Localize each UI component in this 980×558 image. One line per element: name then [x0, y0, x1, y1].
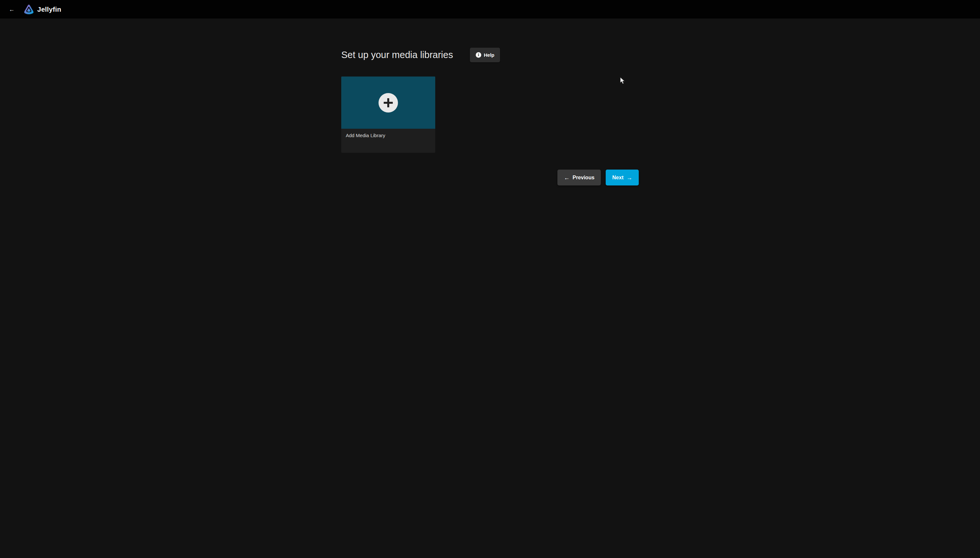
jellyfin-logo-icon: [23, 4, 34, 15]
previous-button-label: Previous: [573, 175, 595, 181]
back-button[interactable]: ←: [5, 2, 19, 16]
arrow-left-icon: ←: [9, 7, 15, 12]
help-button[interactable]: i Help: [470, 48, 501, 62]
next-button[interactable]: Next →: [606, 169, 639, 185]
arrow-right-icon: →: [627, 175, 632, 181]
help-button-label: Help: [484, 52, 494, 58]
arrow-left-icon: ←: [564, 175, 570, 181]
app-header: ← Jellyfin: [0, 0, 980, 18]
next-button-label: Next: [612, 175, 623, 181]
info-icon: i: [476, 52, 481, 58]
add-media-library-card-image: [341, 77, 435, 129]
add-media-library-card[interactable]: Add Media Library: [341, 77, 435, 153]
wizard-page: Set up your media libraries i Help Add M…: [0, 18, 980, 185]
add-media-library-card-footer: Add Media Library: [341, 129, 435, 153]
title-row: Set up your media libraries i Help: [341, 48, 639, 62]
plus-icon: [378, 93, 398, 113]
previous-button[interactable]: ← Previous: [558, 169, 601, 185]
app-name: Jellyfin: [37, 5, 61, 13]
page-title: Set up your media libraries: [341, 49, 453, 60]
add-media-library-label: Add Media Library: [346, 133, 385, 138]
info-icon-glyph: i: [478, 53, 479, 57]
wizard-footer-buttons: ← Previous Next →: [341, 169, 639, 185]
app-logo: Jellyfin: [23, 4, 61, 15]
